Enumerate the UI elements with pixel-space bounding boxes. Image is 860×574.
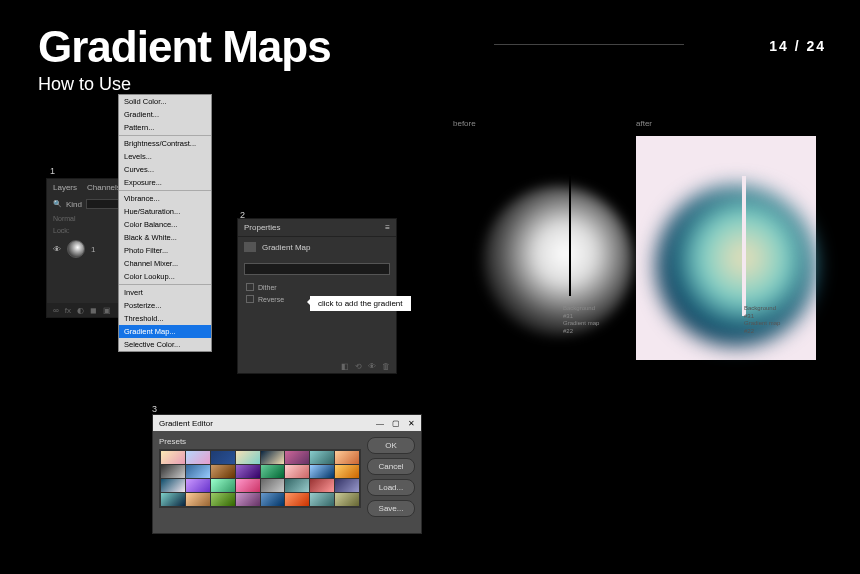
gradient-editor-window: Gradient Editor — ▢ ✕ Presets OK Cancel … [152,414,422,534]
gradient-preset-swatch[interactable] [285,451,309,464]
kind-label: Kind [66,200,82,209]
properties-title: Properties [244,223,280,232]
maximize-icon[interactable]: ▢ [392,419,400,428]
tab-channels[interactable]: Channels [87,183,121,192]
menu-item[interactable]: Exposure... [119,176,211,189]
menu-item[interactable]: Pattern... [119,121,211,134]
menu-item[interactable]: Solid Color... [119,95,211,108]
minimize-icon[interactable]: — [376,419,384,428]
gradient-preset-swatch[interactable] [261,451,285,464]
gradient-preset-swatch[interactable] [335,493,359,506]
menu-item[interactable]: Black & White... [119,231,211,244]
gradient-preset-swatch[interactable] [186,479,210,492]
menu-item[interactable]: Channel Mixer... [119,257,211,270]
preview-before: Background #31 Gradient map #22 [453,136,633,360]
menu-item[interactable]: Curves... [119,163,211,176]
ok-button[interactable]: OK [367,437,415,454]
cancel-button[interactable]: Cancel [367,458,415,475]
menu-item[interactable]: Gradient... [119,108,211,121]
gradient-preset-swatch[interactable] [261,493,285,506]
gradient-preset-swatch[interactable] [310,479,334,492]
visibility-icon[interactable]: 👁 [368,362,376,371]
gradient-preset-swatch[interactable] [285,493,309,506]
visibility-icon[interactable]: 👁 [53,245,61,253]
gradient-preset-swatch[interactable] [161,493,185,506]
gradient-preset-swatch[interactable] [261,465,285,478]
menu-item[interactable]: Invert [119,286,211,299]
gradient-preset-swatch[interactable] [211,451,235,464]
tooltip: click to add the gradient [310,296,411,311]
dither-label: Dither [258,284,277,291]
preview-after: Background #31 Gradient map #22 [636,136,816,360]
tab-layers[interactable]: Layers [53,183,77,192]
gradient-preset-swatch[interactable] [186,465,210,478]
menu-item[interactable]: Color Lookup... [119,270,211,283]
page-total: 24 [806,38,826,54]
window-title: Gradient Editor [159,419,213,428]
gradient-preset-swatch[interactable] [310,493,334,506]
menu-item[interactable]: Levels... [119,150,211,163]
menu-item[interactable]: Brightness/Contrast... [119,137,211,150]
gradient-preset-swatch[interactable] [335,451,359,464]
group-icon[interactable]: ▣ [103,306,111,315]
gradient-map-icon [244,242,256,252]
menu-item[interactable]: Vibrance... [119,192,211,205]
kind-input[interactable] [86,199,120,209]
page-title: Gradient Maps [38,22,331,72]
reverse-label: Reverse [258,296,284,303]
panel-menu-icon[interactable]: ≡ [385,223,390,232]
preview-caption-after: Background #31 Gradient map #22 [744,305,780,336]
gradient-preset-swatch[interactable] [335,465,359,478]
menu-separator [119,135,211,136]
gradient-preset-swatch[interactable] [236,493,260,506]
presets-label: Presets [159,437,361,446]
before-label: before [453,119,476,128]
mask-icon[interactable]: ◐ [77,306,84,315]
gradient-editor-titlebar: Gradient Editor — ▢ ✕ [153,415,421,431]
reset-icon[interactable]: ⟲ [355,362,362,371]
gradient-preset-swatch[interactable] [236,465,260,478]
fx-icon[interactable]: fx [65,306,71,315]
menu-item[interactable]: Color Balance... [119,218,211,231]
gradient-preset-swatch[interactable] [186,451,210,464]
step-1-label: 1 [50,166,55,176]
gradient-preset-swatch[interactable] [161,465,185,478]
menu-item[interactable]: Gradient Map... [119,325,211,338]
menu-item[interactable]: Photo Filter... [119,244,211,257]
properties-subtitle: Gradient Map [262,243,310,252]
menu-item[interactable]: Selective Color... [119,338,211,351]
menu-item[interactable]: Hue/Saturation... [119,205,211,218]
gradient-preset-swatch[interactable] [161,479,185,492]
load-button[interactable]: Load... [367,479,415,496]
gradient-picker[interactable] [244,263,390,275]
gradient-preset-swatch[interactable] [310,451,334,464]
gradient-preset-swatch[interactable] [236,479,260,492]
gradient-preset-swatch[interactable] [261,479,285,492]
header-divider [494,44,684,45]
slit-graphic [742,176,746,316]
gradient-preset-swatch[interactable] [161,451,185,464]
save-button[interactable]: Save... [367,500,415,517]
page-header: Gradient Maps How to Use [38,22,331,95]
gradient-preset-swatch[interactable] [236,451,260,464]
menu-item[interactable]: Posterize... [119,299,211,312]
gradient-preset-swatch[interactable] [186,493,210,506]
gradient-preset-swatch[interactable] [310,465,334,478]
gradient-preset-swatch[interactable] [211,479,235,492]
gradient-preset-swatch[interactable] [335,479,359,492]
trash-icon[interactable]: 🗑 [382,362,390,371]
layer-thumbnail [67,240,85,258]
dither-checkbox[interactable] [246,283,254,291]
search-icon: 🔍 [53,200,62,208]
close-icon[interactable]: ✕ [408,419,415,428]
gradient-preset-swatch[interactable] [211,465,235,478]
gradient-preset-swatch[interactable] [285,465,309,478]
gradient-preset-swatch[interactable] [285,479,309,492]
gradient-preset-swatch[interactable] [211,493,235,506]
clip-icon[interactable]: ◧ [341,362,349,371]
menu-item[interactable]: Threshold... [119,312,211,325]
adjustment-icon[interactable]: ◼ [90,306,97,315]
link-icon[interactable]: ∞ [53,306,59,315]
orb-graphic [656,186,816,346]
reverse-checkbox[interactable] [246,295,254,303]
